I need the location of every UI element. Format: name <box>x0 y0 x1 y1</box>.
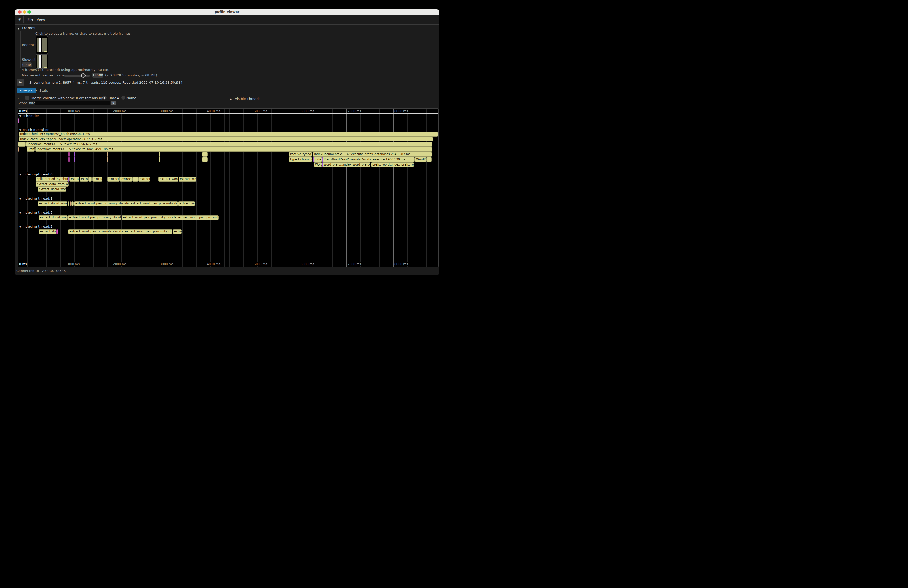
slowest-frames-thumbnail[interactable] <box>35 55 48 69</box>
flame-scope-tick[interactable] <box>202 152 208 157</box>
flame-scope-tick[interactable] <box>70 201 71 206</box>
flame-scope-bar[interactable]: PrefixWordPairsProximityDocids::execute … <box>323 157 415 162</box>
frame-bar[interactable] <box>39 55 42 68</box>
menu-file[interactable]: File <box>27 18 34 21</box>
flame-scope-tick[interactable] <box>68 201 69 206</box>
flame-scope-bar[interactable]: extract <box>138 177 150 182</box>
sort-direction-icon[interactable]: ⬇ <box>117 96 119 100</box>
scope-filter-input[interactable] <box>35 101 110 105</box>
timeline-tick-label: 8000 ms <box>394 262 409 266</box>
flame-scope-bar[interactable]: extract_ <box>107 177 120 182</box>
flame-scope-tick[interactable] <box>74 157 75 162</box>
frame-bar[interactable] <box>42 55 44 68</box>
flame-scope-bar[interactable]: IndexDocuments<_, _>::execute 8656.677 m… <box>26 142 432 146</box>
flame-scope-bar[interactable]: extract_wo <box>178 201 195 206</box>
flame-scope-bar[interactable]: extract_word_pair_proximity_docids::extr… <box>122 215 219 220</box>
tab-flamegraph[interactable]: Flamegraph <box>16 88 36 93</box>
tab-stats[interactable]: Stats <box>39 88 48 93</box>
frame-bar[interactable] <box>37 55 39 68</box>
max-frames-value[interactable]: 18000 <box>92 73 103 78</box>
sort-time-radio[interactable] <box>103 96 106 100</box>
frames-section-header[interactable]: ▼ Frames <box>18 26 35 30</box>
frame-bar[interactable] <box>44 39 47 51</box>
timeline-separator <box>18 114 438 114</box>
flame-scope-bar[interactable]: extract_docid_word <box>39 215 68 220</box>
thread-header-indexing-thread-2[interactable]: ▼indexing-thread:2 <box>19 225 54 229</box>
flame-scope-bar[interactable]: WordPr <box>415 157 426 162</box>
flame-scope-bar[interactable]: extract_docid_word <box>37 187 66 192</box>
flame-scope-bar[interactable]: IndexDocuments<_, _>::execute_prefix_dat… <box>313 152 432 157</box>
flame-scope-tick[interactable] <box>71 201 74 206</box>
flame-scope-bar[interactable]: extra <box>80 177 88 182</box>
frame-bar[interactable] <box>42 39 44 51</box>
flame-scope-tick[interactable] <box>427 157 431 162</box>
flame-scope-tick[interactable] <box>56 229 58 234</box>
flame-scope-tick[interactable] <box>107 157 108 162</box>
flame-scope-bar[interactable]: extrac <box>173 229 182 234</box>
flame-scope-bar[interactable]: extract::data_from_ob <box>35 182 69 187</box>
flame-scope-bar[interactable]: extract <box>69 177 79 182</box>
flame-scope-bar[interactable]: prefix_word::index_prefix_wo <box>371 162 414 167</box>
flame-scope-bar[interactable]: extrac <box>92 177 102 182</box>
flame-scope-bar[interactable]: Trans <box>27 147 35 152</box>
thread-header-batch-operation[interactable]: ▼batch-operation <box>19 128 51 132</box>
flame-scope-tick[interactable] <box>89 177 92 182</box>
menu-view[interactable]: View <box>37 18 45 21</box>
clear-filter-button[interactable]: x <box>111 101 116 105</box>
recent-label: Recent: <box>22 43 35 47</box>
flame-scope-bar[interactable]: extract_word_pair_proximity_docids <box>68 215 121 220</box>
flame-scope-bar[interactable]: word_prefix::index_word_prefix_ <box>323 162 370 167</box>
sort-name-label[interactable]: Name <box>126 96 136 100</box>
flame-scope-bar[interactable]: extract_doc <box>39 229 56 234</box>
merge-children-checkbox[interactable] <box>25 96 29 100</box>
flame-scope-bar[interactable]: extract_docid_word <box>37 201 67 206</box>
slider-knob[interactable] <box>81 73 85 78</box>
timeline-tick-label: 4000 ms <box>206 262 221 266</box>
frame-bar[interactable] <box>39 39 42 51</box>
flame-scope-tick[interactable] <box>202 157 208 162</box>
flame-scope-tick[interactable] <box>68 152 70 157</box>
max-frames-slider[interactable] <box>64 75 90 77</box>
flame-scope-bar[interactable]: extract_word_pair_proximity_docids::extr… <box>68 229 172 234</box>
frame-bar[interactable] <box>37 39 39 51</box>
frame-bar[interactable] <box>44 55 47 68</box>
flame-scope-tick[interactable] <box>18 147 19 152</box>
flame-scope-bar[interactable]: extract_word_pair_proximity_docids::extr… <box>74 201 178 206</box>
flame-scope-bar[interactable]: extract_word <box>158 177 178 182</box>
flame-scope-bar[interactable]: IndexScheduler>::process_batch 8953.821 … <box>19 132 438 137</box>
flame-scope-tick[interactable] <box>18 118 19 123</box>
clear-button[interactable]: Clear <box>22 63 32 67</box>
thread-header-scheduler[interactable]: ▼scheduler <box>19 114 41 118</box>
flame-scope-tick[interactable] <box>68 177 69 182</box>
flame-scope-bar[interactable]: receive_typed_ <box>289 152 312 157</box>
flame-scope-tick[interactable] <box>74 152 75 157</box>
flame-scope-tick[interactable] <box>132 177 138 182</box>
flame-scope-tick[interactable] <box>107 152 108 157</box>
flame-scope-bar[interactable]: index <box>314 157 322 162</box>
timeline-tick-label: 3000 ms <box>159 262 174 266</box>
sort-name-radio[interactable] <box>121 96 125 100</box>
thread-header-indexing-thread-1[interactable]: ▼indexing-thread:1 <box>19 197 54 201</box>
thread-header-indexing-thread-3[interactable]: ▼indexing-thread:3 <box>19 210 54 215</box>
visible-threads-toggle[interactable]: ▶ Visible Threads <box>230 96 261 101</box>
app-menu-icon[interactable]: ✳ <box>18 18 21 21</box>
recent-frames-thumbnail[interactable] <box>35 36 48 54</box>
collapse-arrow-icon: ▼ <box>19 115 21 117</box>
flame-scope-bar[interactable]: split_grenad_by_chun <box>35 177 68 182</box>
thread-header-indexing-thread-0[interactable]: ▼indexing-thread:0 <box>19 172 54 177</box>
sort-time-label[interactable]: Time <box>108 96 116 100</box>
flame-scope-bar[interactable]: typed_chunk::w <box>289 157 312 162</box>
flame-scope-tick[interactable] <box>68 157 70 162</box>
flame-scope-bar[interactable]: IndexDocuments<_, _>::execute_raw 8459.1… <box>35 147 432 152</box>
flame-scope-bar[interactable]: Word <box>314 162 322 167</box>
flame-scope-bar[interactable]: extract_ <box>120 177 132 182</box>
help-button[interactable]: ? <box>18 96 19 100</box>
flame-scope-bar[interactable]: extract_wo <box>179 177 196 182</box>
flamegraph-panel[interactable]: 0 ms0 ms1000 ms1000 ms2000 ms2000 ms3000… <box>18 108 439 267</box>
flame-scope-tick[interactable] <box>159 157 160 162</box>
timeline-tick-label: 6000 ms <box>300 262 315 266</box>
flame-scope-tick[interactable] <box>18 142 26 146</box>
play-button[interactable]: ▶ <box>16 79 24 86</box>
flame-scope-bar[interactable]: IndexScheduler>::apply_index_operation 8… <box>19 137 433 142</box>
flame-scope-tick[interactable] <box>159 152 160 157</box>
